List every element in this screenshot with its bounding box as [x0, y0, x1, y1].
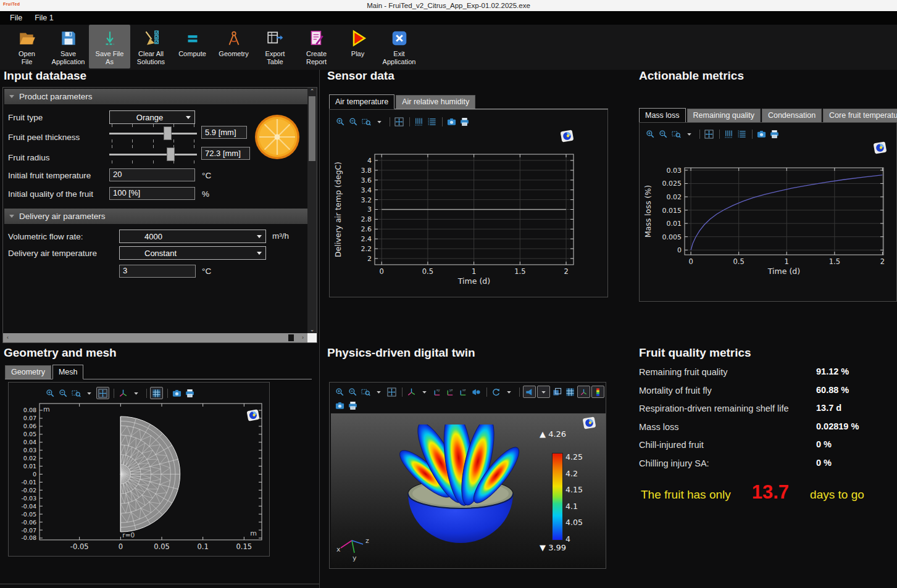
air-temp-mode-dropdown[interactable]: Constant	[119, 246, 266, 260]
zoom-box-icon[interactable]	[361, 116, 372, 127]
menu-file[interactable]: File	[4, 14, 28, 22]
zoom-in-icon[interactable]	[645, 128, 656, 139]
caret-icon[interactable]	[419, 386, 430, 397]
grid-toggle-icon[interactable]	[564, 386, 576, 397]
play-button[interactable]: Play	[337, 25, 378, 68]
peel-thickness-value[interactable]: 5.9 [mm]	[201, 126, 247, 139]
caret-icon[interactable]	[537, 386, 550, 398]
tab-mesh[interactable]: Mesh	[52, 365, 84, 379]
input-database-title: Input database	[4, 69, 86, 83]
save-application-button[interactable]: SaveApplication	[48, 25, 89, 68]
zoom-in-icon[interactable]	[334, 386, 346, 397]
product-parameters-header[interactable]: Product parameters	[4, 89, 307, 104]
camera-icon[interactable]	[334, 400, 346, 411]
axes-indicator-icon[interactable]	[577, 386, 590, 398]
zoom-box-icon[interactable]	[670, 128, 682, 139]
create-report-button[interactable]: CreateReport	[296, 25, 337, 68]
toolbar-separator	[442, 117, 443, 126]
caret-icon[interactable]	[503, 386, 515, 397]
x-grid-icon[interactable]	[723, 128, 735, 139]
tab-air-relative-humidity[interactable]: Air relative humidity	[396, 95, 475, 109]
fit-view-icon[interactable]	[96, 387, 109, 399]
clear-all-solutions-button[interactable]: Clear AllSolutions	[130, 25, 172, 68]
initial-temp-input[interactable]: 20	[109, 168, 195, 181]
fit-view-icon[interactable]	[386, 386, 398, 397]
peel-thickness-slider[interactable]	[109, 124, 197, 143]
orientation-icon[interactable]	[406, 386, 417, 397]
zoom-box-icon[interactable]	[70, 387, 82, 399]
slider-handle[interactable]	[167, 147, 175, 161]
camera-icon[interactable]	[171, 387, 183, 399]
metric-row: Chill-injured fruit 0 %	[639, 439, 897, 458]
zoom-out-icon[interactable]	[347, 386, 359, 397]
geometry-button[interactable]: Geometry	[213, 25, 254, 68]
camera-icon[interactable]	[756, 128, 767, 139]
scene-light-icon[interactable]	[523, 386, 536, 398]
fit-view-icon[interactable]	[393, 116, 405, 127]
save-application-icon	[59, 28, 78, 48]
tab-air-temperature[interactable]: Air temperature	[329, 94, 394, 109]
print-icon[interactable]	[184, 387, 196, 399]
caret-icon[interactable]	[130, 387, 142, 399]
fruit-radius-value[interactable]: 72.3 [mm]	[201, 147, 250, 160]
zoom-box-icon[interactable]	[360, 386, 372, 397]
fruit-radius-slider[interactable]	[109, 145, 197, 164]
caret-icon[interactable]	[683, 128, 695, 139]
x-grid-icon[interactable]	[413, 116, 425, 127]
horizontal-scrollbar[interactable]: ‹ ›	[3, 333, 307, 342]
zoom-out-icon[interactable]	[348, 116, 359, 127]
transparency-icon[interactable]	[551, 386, 563, 397]
fit-view-icon[interactable]	[703, 128, 715, 139]
tab-condensation[interactable]: Condensation	[762, 109, 822, 122]
air-temp-input[interactable]: 3	[119, 265, 196, 278]
menu-file-1[interactable]: File 1	[28, 14, 60, 22]
plane-xz-icon[interactable]: xz	[457, 386, 469, 397]
mesh-chart[interactable]: -0.0500.050.10.150.080.070.060.050.040.0…	[10, 402, 269, 553]
compute-button[interactable]: Compute	[172, 25, 213, 68]
metric-row: Mortality of fruit fly 60.88 %	[639, 385, 897, 404]
compute-icon	[183, 28, 202, 48]
y-grid-icon[interactable]	[736, 128, 748, 139]
open-file-button[interactable]: OpenFile	[6, 25, 48, 68]
delivery-air-header[interactable]: Delivery air parameters	[4, 209, 307, 224]
exit-application-button[interactable]: ExitApplication	[378, 25, 420, 68]
orientation-icon[interactable]	[117, 387, 129, 399]
toolbar-separator	[519, 387, 520, 397]
svg-text:xz: xz	[462, 387, 466, 391]
projector-icon[interactable]	[470, 386, 482, 397]
plane-yz-icon[interactable]: yz	[444, 386, 456, 397]
tab-remaining-quality[interactable]: Remaining quality	[687, 109, 761, 122]
caret-icon[interactable]	[83, 387, 95, 399]
digital-twin-view[interactable]: ▲ 4.26 4.254.24.154.14.054 ▼ 3.99 x y z	[331, 413, 606, 568]
colorbar-toggle-icon[interactable]	[591, 386, 604, 398]
print-icon[interactable]	[459, 116, 470, 127]
sensor-chart[interactable]: 00.511.5222.22.42.62.833.23.43.63.84Time…	[333, 147, 582, 292]
zoom-out-icon[interactable]	[657, 128, 669, 139]
rotate-icon[interactable]	[490, 386, 502, 397]
initial-quality-input[interactable]: 100 [%]	[109, 187, 195, 200]
y-grid-icon[interactable]	[426, 116, 438, 127]
slider-handle[interactable]	[164, 126, 172, 140]
caret-icon[interactable]	[373, 386, 385, 397]
zoom-out-icon[interactable]	[57, 387, 69, 399]
save-file-as-button[interactable]: Save FileAs	[89, 25, 130, 68]
axis-y-label: y	[353, 554, 357, 562]
grid-toggle-icon[interactable]	[150, 387, 163, 399]
vertical-scrollbar[interactable]: ⌃ ⌄	[307, 88, 317, 333]
zoom-in-icon[interactable]	[44, 387, 56, 399]
caret-icon[interactable]	[373, 116, 385, 127]
zoom-in-icon[interactable]	[335, 116, 346, 127]
tab-core-fruit-temperature[interactable]: Core fruit temperature	[823, 109, 897, 122]
tab-mass-loss[interactable]: Mass loss	[639, 108, 686, 123]
plane-xy-icon[interactable]: xy	[432, 386, 443, 397]
fruit-type-dropdown[interactable]: Orange	[109, 110, 195, 124]
tab-geometry[interactable]: Geometry	[5, 365, 51, 379]
print-icon[interactable]	[769, 128, 780, 139]
camera-icon[interactable]	[446, 116, 457, 127]
mass-loss-chart[interactable]: 00.511.5200.0050.010.0150.020.0250.03Tim…	[643, 157, 891, 281]
svg-text:0.03: 0.03	[667, 167, 682, 175]
flow-rate-dropdown[interactable]: 4000	[119, 230, 266, 243]
actionable-metrics-panel: 00.511.5200.0050.010.0150.020.0250.03Tim…	[639, 122, 897, 302]
export-table-button[interactable]: ExportTable	[254, 25, 296, 68]
print-icon[interactable]	[347, 400, 359, 411]
